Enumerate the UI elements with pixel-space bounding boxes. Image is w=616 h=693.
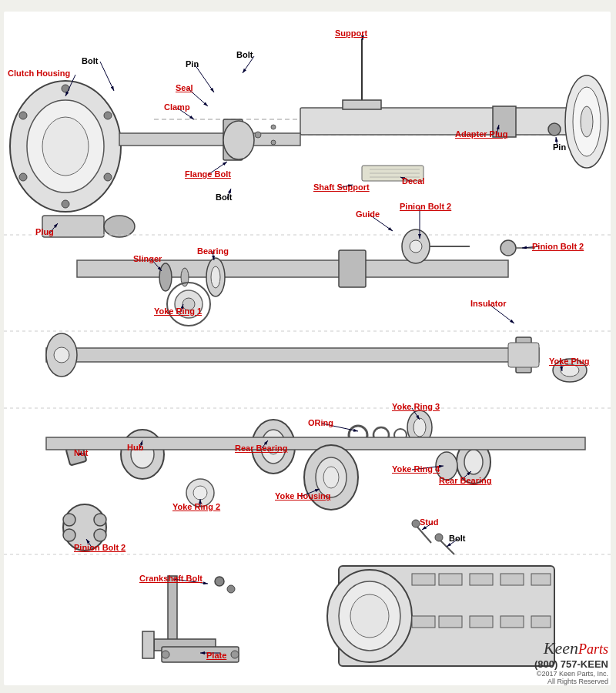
svg-rect-52 xyxy=(508,343,539,367)
label-clamp: Clamp xyxy=(164,102,190,112)
label-bolt-3: Bolt xyxy=(216,192,232,202)
svg-point-75 xyxy=(323,467,339,488)
svg-rect-95 xyxy=(500,574,524,585)
svg-point-44 xyxy=(500,240,516,256)
svg-point-106 xyxy=(227,585,235,593)
label-bolt-2: Bolt xyxy=(236,50,253,59)
svg-point-42 xyxy=(410,240,422,253)
svg-point-40 xyxy=(211,266,220,288)
label-yoke-ring-2: Yoke Ring 2 xyxy=(172,502,220,511)
label-pinion-bolt-2-b: Pinion Bolt 2 xyxy=(532,242,584,251)
label-oring: ORing xyxy=(308,418,333,427)
svg-rect-36 xyxy=(339,250,366,287)
svg-point-15 xyxy=(104,112,112,119)
svg-rect-50 xyxy=(46,348,539,362)
svg-point-14 xyxy=(19,112,27,119)
label-rear-bearing-b: Rear Bearing xyxy=(439,476,491,485)
diagram-container: Clutch Housing Bolt Pin Bolt Support Sea… xyxy=(0,0,616,693)
label-pinion-bolt-2-a: Pinion Bolt 2 xyxy=(400,202,451,211)
logo-parts: Parts xyxy=(578,641,608,657)
label-plate: Plate xyxy=(206,651,226,660)
svg-point-54 xyxy=(54,347,69,363)
copyright-text: ©2017 Keen Parts, Inc. xyxy=(534,670,608,678)
label-plug: Plug xyxy=(35,227,54,236)
svg-point-59 xyxy=(413,418,426,437)
svg-rect-97 xyxy=(412,616,435,628)
label-pinion-bolt-2-c: Pinion Bolt 2 xyxy=(74,543,126,552)
svg-point-82 xyxy=(94,529,106,541)
logo-area: KeenParts (800) 757-KEEN ©2017 Keen Part… xyxy=(534,638,608,685)
svg-point-91 xyxy=(350,594,389,638)
svg-point-67 xyxy=(464,450,483,474)
label-flange-bolt: Flange Bolt xyxy=(185,169,231,179)
svg-point-56 xyxy=(561,364,579,377)
svg-point-81 xyxy=(63,529,75,541)
label-decal: Decal xyxy=(402,176,424,186)
svg-rect-104 xyxy=(142,631,154,658)
svg-rect-96 xyxy=(531,574,551,585)
label-stud: Stud xyxy=(420,517,438,527)
svg-point-108 xyxy=(162,651,169,658)
svg-rect-107 xyxy=(162,647,239,662)
label-yoke-housing: Yoke Housing xyxy=(275,491,331,500)
svg-point-105 xyxy=(215,577,224,586)
svg-point-22 xyxy=(271,125,276,129)
svg-point-29 xyxy=(548,123,561,136)
svg-point-87 xyxy=(435,534,443,541)
label-pin-1: Pin xyxy=(186,59,199,69)
svg-rect-27 xyxy=(343,100,381,109)
label-yoke-ring-1: Yoke Ring 1 xyxy=(154,306,202,316)
label-bolt-4: Bolt xyxy=(449,534,465,543)
svg-point-79 xyxy=(63,514,75,526)
svg-rect-101 xyxy=(531,616,551,628)
label-slinger: Slinger xyxy=(133,254,162,263)
phone-number: (800) 757-KEEN xyxy=(534,658,608,670)
svg-rect-94 xyxy=(470,574,493,585)
logo-keen: Keen xyxy=(544,638,578,658)
label-seal: Seal xyxy=(176,83,193,92)
label-hub: Hub xyxy=(127,443,143,452)
svg-point-77 xyxy=(193,486,207,500)
label-yoke-ring-4: Yoke Ring 4 xyxy=(392,464,440,474)
svg-point-20 xyxy=(223,121,254,159)
svg-rect-5 xyxy=(300,108,585,135)
svg-rect-98 xyxy=(439,616,462,628)
svg-rect-102 xyxy=(168,576,177,645)
svg-rect-100 xyxy=(500,616,524,628)
svg-rect-99 xyxy=(470,616,493,628)
technical-drawing xyxy=(0,0,616,693)
label-adapter-plug: Adapter Plug xyxy=(455,129,507,139)
svg-point-16 xyxy=(19,173,27,181)
svg-point-8 xyxy=(581,106,593,137)
rights-text: All Rights Reserved xyxy=(534,678,608,685)
svg-point-109 xyxy=(231,651,239,658)
svg-point-37 xyxy=(159,263,172,291)
svg-rect-92 xyxy=(412,574,435,585)
label-pin-2: Pin xyxy=(553,142,566,152)
label-crankshaft-bolt: Crankshaft Bolt xyxy=(139,574,203,583)
svg-point-25 xyxy=(104,216,135,237)
label-guide: Guide xyxy=(356,209,380,219)
label-nut: Nut xyxy=(74,448,88,457)
label-rear-bearing-a: Rear Bearing xyxy=(235,444,287,453)
svg-point-85 xyxy=(412,520,420,527)
svg-point-17 xyxy=(104,173,112,181)
svg-point-21 xyxy=(255,132,261,138)
label-yoke-ring-3: Yoke Ring 3 xyxy=(392,402,440,411)
svg-point-80 xyxy=(94,514,106,526)
svg-point-23 xyxy=(271,140,276,145)
label-shaft-support: Shaft Support xyxy=(313,182,370,192)
svg-point-11 xyxy=(42,117,89,176)
svg-rect-93 xyxy=(439,574,462,585)
logo-text: KeenParts xyxy=(534,638,608,658)
label-insulator: Insulator xyxy=(470,299,506,308)
label-bolt-1: Bolt xyxy=(82,56,98,65)
label-bearing: Bearing xyxy=(197,246,229,256)
label-yoke-plug: Yoke Plug xyxy=(549,357,589,366)
label-support: Support xyxy=(335,28,367,38)
svg-point-13 xyxy=(62,200,69,208)
label-clutch-housing: Clutch Housing xyxy=(8,69,70,78)
